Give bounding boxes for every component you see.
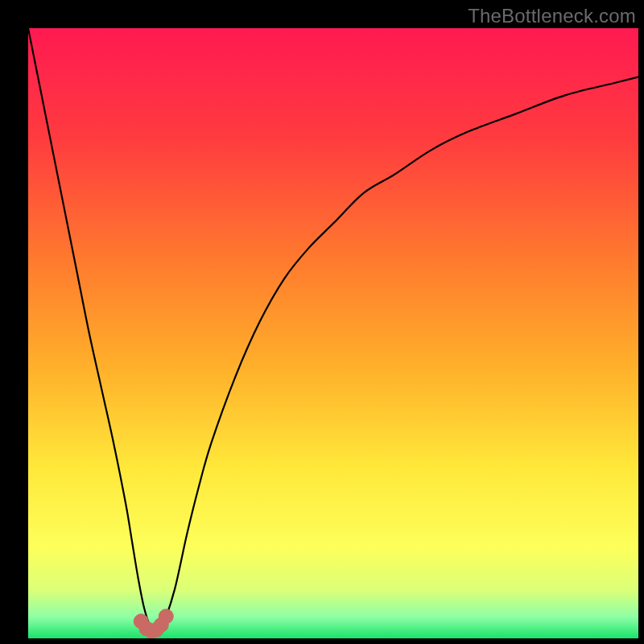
chart-frame [28,28,638,638]
chart-background [28,28,638,638]
watermark-text: TheBottleneck.com [468,5,636,27]
chart-plot [28,28,638,638]
sweet-spot-marker [159,609,173,624]
